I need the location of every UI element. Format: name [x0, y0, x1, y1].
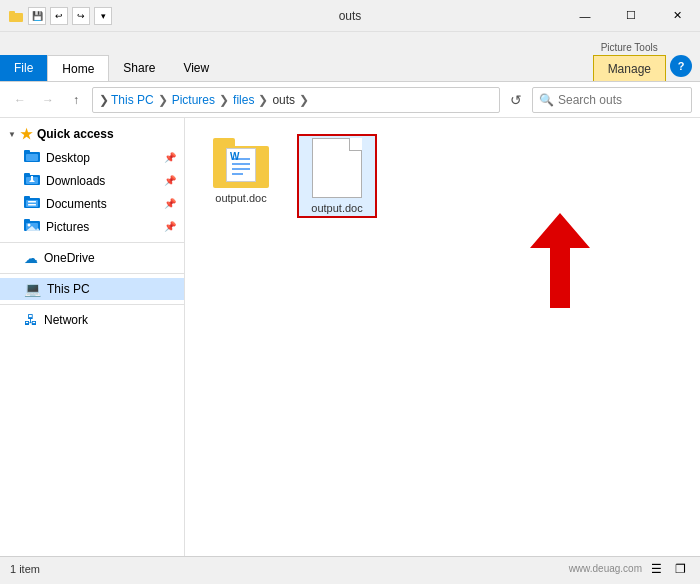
title-bar: 💾 ↩ ↪ ▾ outs — ☐ ✕ — [0, 0, 700, 32]
title-bar-left: 💾 ↩ ↪ ▾ — [8, 7, 112, 25]
sidebar-quick-access[interactable]: ▼ ★ Quick access — [0, 122, 184, 146]
downloads-label: Downloads — [46, 174, 105, 188]
chevron-icon: ▼ — [8, 130, 16, 139]
svg-rect-6 — [24, 173, 30, 177]
nav-bar: ← → ↑ ❯ This PC ❯ Pictures ❯ files ❯ out… — [0, 82, 700, 118]
breadcrumb-thispc[interactable]: This PC — [111, 93, 154, 107]
sidebar-divider-3 — [0, 304, 184, 305]
folder-doc-icon: W — [213, 138, 269, 188]
window-title: outs — [339, 9, 362, 23]
tab-manage[interactable]: Manage — [593, 55, 666, 81]
quick-access-label: Quick access — [37, 127, 114, 141]
svg-rect-11 — [24, 196, 30, 200]
tab-file[interactable]: File — [0, 55, 47, 81]
sidebar-item-pictures[interactable]: Pictures 📌 — [0, 215, 184, 238]
star-icon: ★ — [20, 126, 33, 142]
main-area: ▼ ★ Quick access Desktop 📌 — [0, 118, 700, 556]
thispc-label: This PC — [47, 282, 90, 296]
file-item-1[interactable]: output.doc — [297, 134, 377, 218]
arrow-annotation — [520, 198, 610, 321]
pin-icon-downloads: 📌 — [164, 175, 176, 186]
onedrive-label: OneDrive — [44, 251, 95, 265]
svg-text:W: W — [230, 151, 240, 162]
breadcrumb-pictures[interactable]: Pictures — [172, 93, 215, 107]
tab-share[interactable]: Share — [109, 55, 169, 81]
list-view-button[interactable]: ☰ — [646, 559, 666, 579]
picture-tools-group: Picture Tools Manage — [593, 40, 666, 81]
dropdown-btn[interactable]: ▾ — [94, 7, 112, 25]
icon-view-button[interactable]: ❐ — [670, 559, 690, 579]
tab-view[interactable]: View — [169, 55, 223, 81]
sidebar-item-network[interactable]: 🖧 Network — [0, 309, 184, 331]
back-button[interactable]: ← — [8, 88, 32, 112]
sidebar-divider-1 — [0, 242, 184, 243]
breadcrumb-separator-0: ❯ — [99, 93, 109, 107]
pc-icon: 💻 — [24, 281, 41, 297]
folder-icon-documents — [24, 195, 40, 212]
folder-embedded-doc: W — [226, 148, 256, 182]
quick-save-btn[interactable]: 💾 — [28, 7, 46, 25]
sidebar-item-thispc[interactable]: 💻 This PC — [0, 278, 184, 300]
folder-icon-downloads — [24, 172, 40, 189]
svg-rect-1 — [9, 11, 15, 15]
svg-point-18 — [28, 224, 31, 227]
breadcrumb-files[interactable]: files — [233, 93, 254, 107]
documents-label: Documents — [46, 197, 107, 211]
search-icon: 🔍 — [539, 93, 554, 107]
desktop-label: Desktop — [46, 151, 90, 165]
undo-btn[interactable]: ↩ — [50, 7, 68, 25]
svg-rect-13 — [28, 201, 36, 203]
up-button[interactable]: ↑ — [64, 88, 88, 112]
file-name-0: output.doc — [215, 192, 266, 204]
folder-icon-small — [8, 8, 24, 24]
sidebar: ▼ ★ Quick access Desktop 📌 — [0, 118, 185, 556]
status-bar-right: www.deuag.com ☰ ❐ — [569, 559, 690, 579]
content-area: W output.doc — [185, 118, 700, 556]
status-bar: 1 item www.deuag.com ☰ ❐ — [0, 556, 700, 580]
close-button[interactable]: ✕ — [654, 0, 700, 32]
svg-rect-16 — [24, 219, 30, 223]
svg-rect-4 — [26, 154, 38, 161]
file-item-0[interactable]: W output.doc — [201, 134, 281, 218]
redo-btn[interactable]: ↪ — [72, 7, 90, 25]
refresh-button[interactable]: ↺ — [504, 88, 528, 112]
breadcrumb: ❯ This PC ❯ Pictures ❯ files ❯ outs ❯ — [92, 87, 500, 113]
sidebar-item-documents[interactable]: Documents 📌 — [0, 192, 184, 215]
watermark: www.deuag.com — [569, 563, 642, 574]
forward-button[interactable]: → — [36, 88, 60, 112]
sidebar-divider-2 — [0, 273, 184, 274]
ribbon-tabs-area: File Home Share View Picture Tools Manag… — [0, 32, 700, 82]
file-name-1: output.doc — [311, 202, 362, 214]
item-count: 1 item — [10, 563, 40, 575]
pin-icon-documents: 📌 — [164, 198, 176, 209]
network-icon: 🖧 — [24, 312, 38, 328]
picture-tools-label: Picture Tools — [593, 40, 666, 53]
pictures-label: Pictures — [46, 220, 89, 234]
svg-rect-9 — [31, 176, 33, 180]
tab-home[interactable]: Home — [47, 55, 109, 81]
folder-icon-desktop — [24, 149, 40, 166]
window-controls: — ☐ ✕ — [562, 0, 700, 32]
sidebar-item-downloads[interactable]: Downloads 📌 — [0, 169, 184, 192]
search-bar: 🔍 — [532, 87, 692, 113]
minimize-button[interactable]: — — [562, 0, 608, 32]
breadcrumb-outs: outs — [272, 93, 295, 107]
pin-icon-desktop: 📌 — [164, 152, 176, 163]
svg-rect-14 — [28, 204, 36, 206]
help-button[interactable]: ? — [670, 55, 692, 77]
network-label: Network — [44, 313, 88, 327]
svg-rect-3 — [24, 150, 30, 154]
quick-save-buttons: 💾 ↩ ↪ ▾ — [28, 7, 112, 25]
pin-icon-pictures: 📌 — [164, 221, 176, 232]
document-icon — [312, 138, 362, 198]
svg-marker-26 — [530, 213, 590, 308]
doc-corner-fold — [349, 138, 362, 151]
cloud-icon: ☁ — [24, 250, 38, 266]
maximize-button[interactable]: ☐ — [608, 0, 654, 32]
sidebar-item-onedrive[interactable]: ☁ OneDrive — [0, 247, 184, 269]
search-input[interactable] — [558, 93, 700, 107]
folder-icon-pictures — [24, 218, 40, 235]
sidebar-item-desktop[interactable]: Desktop 📌 — [0, 146, 184, 169]
